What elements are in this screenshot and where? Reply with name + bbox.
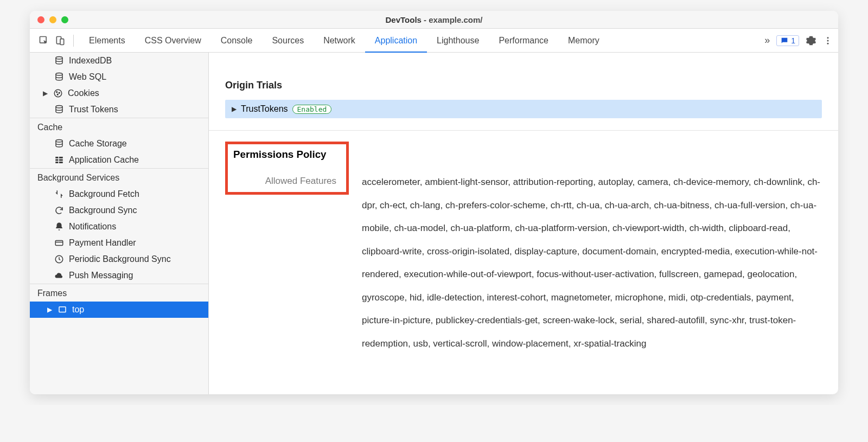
svg-point-13 xyxy=(56,140,62,143)
sidebar-item-label: Notifications xyxy=(69,220,116,233)
more-options-icon[interactable] xyxy=(823,36,833,46)
database-icon xyxy=(54,138,65,149)
tab-application[interactable]: Application xyxy=(365,29,427,53)
toolbar-right: » 1 xyxy=(764,35,833,46)
svg-rect-20 xyxy=(55,241,63,246)
sidebar-item-trust-tokens[interactable]: Trust Tokens xyxy=(30,101,208,118)
database-icon xyxy=(54,72,65,82)
sidebar-item-bg-sync[interactable]: Background Sync xyxy=(30,202,208,219)
sidebar-group-cache: Cache Cache Storage Application Cache xyxy=(30,118,208,168)
toolbar-separator xyxy=(73,35,74,47)
cloud-icon xyxy=(54,270,65,281)
main-toolbar: Elements CSS Overview Console Sources Ne… xyxy=(30,29,838,53)
sidebar-item-bg-fetch[interactable]: Background Fetch xyxy=(30,186,208,202)
clock-icon xyxy=(54,254,65,265)
sidebar-item-notifications[interactable]: Notifications xyxy=(30,219,208,235)
grid-icon xyxy=(54,155,65,165)
sidebar-item-label: Periodic Background Sync xyxy=(69,253,171,266)
minimize-window-button[interactable] xyxy=(49,16,56,23)
sidebar-item-label: Payment Handler xyxy=(69,236,136,249)
svg-point-7 xyxy=(56,73,62,76)
device-toggle-icon[interactable] xyxy=(54,34,67,47)
tab-performance[interactable]: Performance xyxy=(489,29,558,53)
expand-caret-icon: ▶ xyxy=(42,87,48,100)
origin-trials-section: Origin Trials ▶ TrustTokens Enabled xyxy=(209,69,838,131)
origin-trials-heading: Origin Trials xyxy=(225,80,822,91)
permissions-policy-section: Permissions Policy Allowed Features acce… xyxy=(209,131,838,371)
svg-point-11 xyxy=(57,94,58,95)
svg-rect-22 xyxy=(59,307,66,312)
sidebar-header-background: Background Services xyxy=(30,169,208,186)
sidebar-item-frame-top[interactable]: ▶ top xyxy=(30,302,208,318)
main-content: Origin Trials ▶ TrustTokens Enabled Perm… xyxy=(209,53,838,394)
close-window-button[interactable] xyxy=(37,16,44,23)
sidebar-item-indexeddb[interactable]: IndexedDB xyxy=(30,53,208,69)
svg-point-6 xyxy=(56,57,62,60)
database-icon xyxy=(54,55,65,66)
sidebar-group-storage: IndexedDB Web SQL ▶ Cookies xyxy=(30,53,208,118)
devtools-window: DevTools - example.com/ Elements CSS Ove… xyxy=(30,11,838,394)
window-title-suffix: example.com/ xyxy=(429,15,482,24)
tab-console[interactable]: Console xyxy=(211,29,263,53)
zoom-window-button[interactable] xyxy=(61,16,68,23)
svg-rect-15 xyxy=(59,157,63,158)
panel-tabs: Elements CSS Overview Console Sources Ne… xyxy=(79,29,764,53)
svg-point-9 xyxy=(56,92,58,93)
allowed-features-label: Allowed Features xyxy=(233,176,336,187)
tab-css-overview[interactable]: CSS Overview xyxy=(135,29,211,53)
sidebar-item-label: Cookies xyxy=(68,87,99,100)
expand-caret-icon: ▶ xyxy=(46,303,53,316)
origin-trial-row[interactable]: ▶ TrustTokens Enabled xyxy=(225,100,822,118)
sidebar-header-frames: Frames xyxy=(30,284,208,302)
tab-network[interactable]: Network xyxy=(314,29,365,53)
window-title-sep: - xyxy=(422,15,429,24)
sidebar-item-cookies[interactable]: ▶ Cookies xyxy=(30,85,208,101)
sidebar-item-label: Cache Storage xyxy=(69,137,127,150)
sidebar-item-label: IndexedDB xyxy=(69,54,112,67)
sidebar-group-frames: Frames ▶ top xyxy=(30,284,208,318)
tab-elements[interactable]: Elements xyxy=(79,29,135,53)
bell-icon xyxy=(54,221,65,232)
settings-icon[interactable] xyxy=(806,35,816,46)
credit-card-icon xyxy=(54,238,65,248)
svg-rect-16 xyxy=(55,159,58,161)
svg-point-5 xyxy=(827,42,829,44)
svg-rect-19 xyxy=(59,162,63,163)
svg-rect-14 xyxy=(55,157,58,158)
sidebar-item-payment-handler[interactable]: Payment Handler xyxy=(30,235,208,251)
database-icon xyxy=(54,104,65,115)
issues-count: 1 xyxy=(791,36,795,45)
sidebar-item-cache-storage[interactable]: Cache Storage xyxy=(30,136,208,152)
more-tabs-icon[interactable]: » xyxy=(764,35,770,46)
svg-point-12 xyxy=(56,106,62,108)
application-sidebar: IndexedDB Web SQL ▶ Cookies xyxy=(30,53,209,394)
sidebar-item-label: Web SQL xyxy=(69,71,106,84)
svg-point-8 xyxy=(54,89,62,97)
expand-caret-icon: ▶ xyxy=(232,105,237,113)
traffic-lights xyxy=(30,16,68,23)
cookie-icon xyxy=(53,88,63,99)
sidebar-item-push-messaging[interactable]: Push Messaging xyxy=(30,267,208,284)
sidebar-item-label: Push Messaging xyxy=(69,269,133,282)
tab-lighthouse[interactable]: Lighthouse xyxy=(427,29,489,53)
sidebar-item-application-cache[interactable]: Application Cache xyxy=(30,152,208,168)
inspect-element-icon[interactable] xyxy=(37,34,50,47)
tab-memory[interactable]: Memory xyxy=(558,29,609,53)
trial-status-chip: Enabled xyxy=(292,105,332,114)
issues-badge[interactable]: 1 xyxy=(776,35,799,46)
trial-name: TrustTokens xyxy=(241,104,288,114)
sidebar-item-label: Trust Tokens xyxy=(69,103,118,116)
window-title: DevTools - example.com/ xyxy=(30,15,838,24)
svg-rect-17 xyxy=(59,159,63,161)
svg-rect-2 xyxy=(60,39,64,44)
sidebar-item-label: top xyxy=(72,303,84,316)
svg-rect-18 xyxy=(55,162,58,163)
sidebar-item-websql[interactable]: Web SQL xyxy=(30,69,208,85)
sidebar-item-label: Background Fetch xyxy=(69,188,139,201)
sidebar-item-label: Background Sync xyxy=(69,204,137,217)
sidebar-item-label: Application Cache xyxy=(69,153,139,166)
sidebar-header-cache: Cache xyxy=(30,118,208,136)
sidebar-item-periodic-sync[interactable]: Periodic Background Sync xyxy=(30,251,208,267)
svg-point-10 xyxy=(59,92,60,93)
tab-sources[interactable]: Sources xyxy=(262,29,314,53)
